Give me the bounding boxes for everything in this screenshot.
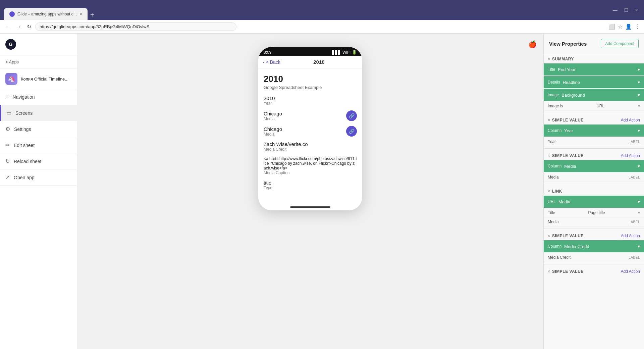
column-label-3: Column	[548, 244, 561, 249]
sidebar-item-label: Navigation	[12, 94, 35, 100]
active-tab[interactable]: Glide – amazing apps without c... ×	[4, 8, 88, 20]
summary-image-row[interactable]: Image Background ▾	[544, 89, 644, 101]
details-value: Headline	[563, 80, 638, 85]
link-title: Link	[552, 189, 562, 194]
url-input[interactable]	[35, 22, 236, 31]
main-layout: G < Apps 🦄 Копия Official Timeline... ≡ …	[0, 34, 644, 349]
close-button[interactable]: ×	[633, 7, 640, 13]
column-value-1: Year	[564, 128, 638, 133]
chevron-down-small-icon[interactable]: ▾	[638, 104, 640, 108]
summary-close-icon[interactable]: ×	[548, 57, 550, 61]
sidebar-item-open-app[interactable]: ↗ Open app	[0, 169, 77, 186]
sidebar-item-screens[interactable]: ▭ Screens	[0, 105, 77, 121]
sv2-column-row[interactable]: Column Media ▾	[544, 160, 644, 172]
tab-title: Glide – amazing apps without c...	[17, 12, 77, 16]
back-button[interactable]: ←	[4, 22, 12, 31]
title-value: End Year	[558, 67, 638, 72]
url-label: URL	[548, 199, 556, 204]
link-section: × Link URL Media ▾ Title Page title ▾ Me…	[544, 186, 644, 227]
phone-value-caption: <a href='http://www.flickr.com/photos/za…	[264, 156, 357, 170]
sv4-close-icon[interactable]: ×	[548, 269, 550, 274]
phone-label-credit: Media Credit	[264, 147, 308, 152]
profile-icon[interactable]: 👤	[625, 23, 632, 30]
sidebar: G < Apps 🦄 Копия Official Timeline... ≡ …	[0, 34, 77, 349]
phone-mockup: 8:09 ▋▋▋ WiFi 🔋 ‹ < Back 2010	[258, 47, 362, 210]
sv3-close-icon[interactable]: ×	[548, 234, 550, 238]
sidebar-item-edit-sheet[interactable]: ✏ Edit sheet	[0, 137, 77, 153]
reload-button[interactable]: ↻	[25, 22, 33, 31]
column-value-2: Media	[564, 164, 638, 169]
cast-icon[interactable]: ⬜	[608, 23, 615, 30]
browser-tabs: Glide – amazing apps without c... × +	[4, 0, 608, 20]
apps-link[interactable]: < Apps	[0, 55, 77, 69]
forward-button[interactable]: →	[15, 22, 23, 31]
maximize-button[interactable]: ❐	[622, 7, 631, 13]
sidebar-item-reload-sheet[interactable]: ↻ Reload sheet	[0, 153, 77, 169]
sv1-badge: LABEL	[629, 140, 640, 144]
phone-link-button-2[interactable]: 🔗	[346, 126, 357, 137]
chevron-down-icon: ▾	[638, 80, 640, 85]
address-bar: ← → ↻ ⬜ ☆ 👤 ⋮	[0, 20, 644, 34]
new-tab-button[interactable]: +	[88, 10, 97, 20]
open-app-icon: ↗	[5, 174, 10, 181]
bookmark-icon[interactable]: ☆	[618, 23, 623, 30]
simple-value-section-1: × Simple Value Add Action Column Year ▾ …	[544, 115, 644, 146]
sv1-title: Simple Value	[552, 118, 584, 122]
phone-row-media2: Chicago Media 🔗	[264, 126, 357, 137]
tab-close-button[interactable]: ×	[79, 11, 82, 17]
signal-icon: ▋▋▋	[332, 50, 341, 55]
sv3-add-action[interactable]: Add Action	[621, 234, 640, 238]
simple-value-2-header: × Simple Value Add Action	[544, 151, 644, 159]
user-avatar: G	[5, 39, 16, 50]
phone-label-media1: Media	[264, 116, 282, 121]
phone-label-type: Type	[264, 186, 272, 190]
simple-value-1-header: × Simple Value Add Action	[544, 115, 644, 124]
minimize-button[interactable]: —	[611, 7, 620, 13]
simple-value-section-3: × Simple Value Add Action Column Media C…	[544, 231, 644, 262]
details-label: Details	[548, 80, 560, 85]
link-url-row[interactable]: URL Media ▾	[544, 196, 644, 208]
phone-back-button[interactable]: ‹ < Back	[263, 59, 280, 65]
divider-1	[544, 113, 644, 113]
divider-4	[544, 229, 644, 229]
divider-2	[544, 148, 644, 149]
sv1-column-row[interactable]: Column Year ▾	[544, 124, 644, 137]
window-controls: — ❐ ×	[611, 7, 640, 13]
summary-title-row[interactable]: Title End Year ▾	[544, 63, 644, 76]
title-label: Title	[548, 67, 555, 72]
sv4-add-action[interactable]: Add Action	[621, 269, 640, 274]
home-bar	[290, 206, 330, 208]
sidebar-header: G	[0, 34, 77, 55]
sidebar-app-item: 🦄 Копия Official Timeline...	[0, 69, 77, 89]
sidebar-item-navigation[interactable]: ≡ Navigation	[0, 89, 77, 105]
phone-notch	[282, 48, 322, 54]
app-icon: 🦄	[5, 73, 17, 85]
battery-icon: 🔋	[352, 50, 357, 55]
sv1-add-action[interactable]: Add Action	[621, 118, 640, 122]
phone-home-indicator	[258, 200, 362, 210]
browser-chrome: Glide – amazing apps without c... × + — …	[0, 0, 644, 20]
phone-value-media2: Chicago	[264, 126, 282, 132]
add-component-button[interactable]: Add Component	[601, 39, 639, 48]
link-close-icon[interactable]: ×	[548, 189, 550, 194]
chevron-down-icon-small[interactable]: ▾	[638, 210, 640, 215]
column-label-2: Column	[548, 164, 561, 168]
reload-icon: ↻	[5, 158, 10, 164]
chevron-down-icon: ▾	[638, 199, 640, 204]
sidebar-item-settings[interactable]: ⚙ Settings	[0, 121, 77, 137]
canvas-area: 🍎 8:09 ▋▋▋ WiFi 🔋 ‹ < Bac	[77, 34, 543, 349]
summary-details-row[interactable]: Details Headline ▾	[544, 76, 644, 88]
tab-favicon	[9, 11, 15, 17]
sv2-add-action[interactable]: Add Action	[621, 153, 640, 158]
phone-link-button-1[interactable]: 🔗	[346, 110, 357, 121]
sv2-close-icon[interactable]: ×	[548, 153, 550, 158]
sv2-label-row: Media LABEL	[544, 173, 644, 182]
sv3-label-row: Media Credit LABEL	[544, 253, 644, 262]
chevron-down-icon: ▾	[638, 67, 640, 72]
summary-title: Summary	[552, 57, 574, 61]
sv1-close-icon[interactable]: ×	[548, 118, 550, 122]
menu-icon[interactable]: ⋮	[635, 23, 640, 30]
sv3-column-row[interactable]: Column Media Credit ▾	[544, 240, 644, 252]
link-title-value: Page title	[588, 210, 605, 215]
image-value: Background	[561, 93, 638, 98]
